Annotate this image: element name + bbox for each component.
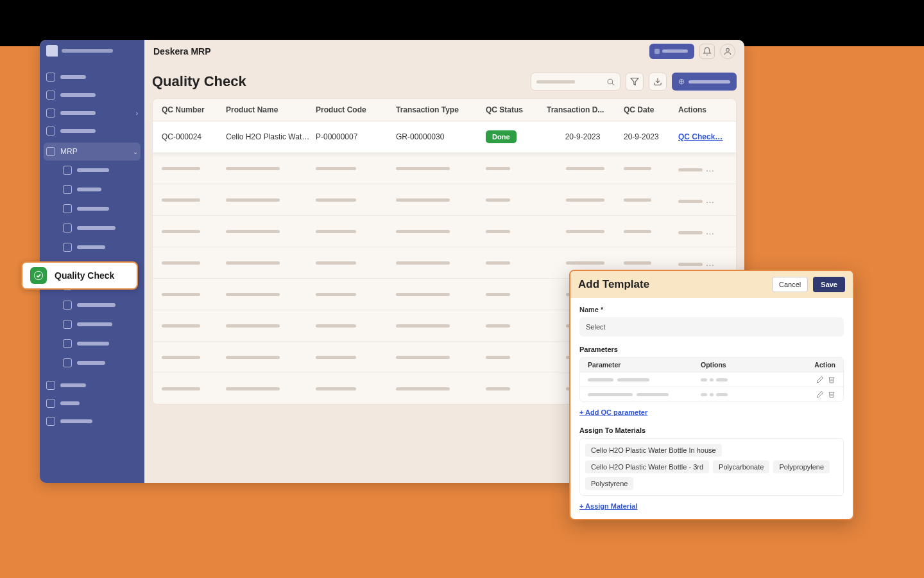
sidebar-subitem[interactable]: [56, 180, 144, 199]
edit-icon[interactable]: [816, 376, 824, 383]
edit-icon[interactable]: [816, 390, 824, 398]
cell-transaction-date: 20-9-2023: [547, 132, 624, 141]
th: Product Code: [316, 105, 396, 114]
sidebar-subitem[interactable]: [56, 315, 144, 334]
sidebar-subitem[interactable]: [56, 238, 144, 257]
th: QC Status: [486, 105, 547, 114]
modal-title: Add Template: [578, 278, 649, 291]
save-button[interactable]: Save: [813, 277, 845, 292]
qc-check-link[interactable]: QC Check…: [678, 132, 723, 141]
status-badge: Done: [486, 130, 517, 143]
th: QC Date: [624, 105, 678, 114]
check-icon: [30, 267, 47, 284]
sidebar-subitem[interactable]: [56, 199, 144, 218]
th-action: Action: [791, 361, 835, 369]
plus-icon: ⊕: [678, 77, 685, 86]
svg-line-2: [612, 83, 613, 84]
cell-product-name: Cello H2O Plastic Water...: [226, 132, 316, 141]
logo-icon: [46, 45, 58, 57]
cell-product-code: P-00000007: [316, 132, 396, 141]
table-header: QC Number Product Name Product Code Tran…: [153, 99, 736, 121]
delete-icon[interactable]: [828, 376, 835, 383]
cell-transaction-type: GR-00000030: [396, 132, 486, 141]
filter-button[interactable]: [626, 73, 644, 91]
material-chip[interactable]: Cello H2O Plastic Water Bottle - 3rd: [585, 460, 709, 473]
th: Transaction D...: [547, 105, 624, 114]
parameters-label: Parameters: [579, 346, 844, 353]
logo: [40, 41, 144, 60]
assign-materials-label: Assign To Materials: [579, 426, 844, 434]
sidebar-subitem[interactable]: [56, 334, 144, 353]
sidebar-subitem[interactable]: [56, 353, 144, 372]
add-new-button[interactable]: ⊕: [672, 73, 737, 91]
sidebar-item[interactable]: [40, 376, 144, 394]
assign-material-link[interactable]: + Assign Material: [579, 502, 637, 510]
material-chip[interactable]: Polystyrene: [585, 477, 633, 490]
material-chip[interactable]: Cello H2O Plastic Water Bottle In house: [585, 444, 722, 457]
name-label: Name *: [579, 306, 844, 313]
name-select[interactable]: Select: [579, 317, 844, 337]
cancel-button[interactable]: Cancel: [772, 277, 808, 292]
cell-qc-date: 20-9-2023: [624, 132, 678, 141]
sidebar-subitem[interactable]: [56, 161, 144, 180]
parameters-table: Parameter Options Action: [579, 357, 844, 402]
callout-label: Quality Check: [55, 270, 114, 281]
sidebar-item[interactable]: [40, 412, 144, 430]
th-parameter: Parameter: [588, 361, 701, 369]
th: Actions: [678, 105, 737, 114]
material-chip[interactable]: Polycarbonate: [713, 460, 769, 473]
modal-header: Add Template Cancel Save: [570, 271, 853, 298]
sidebar-item-mrp[interactable]: MRP ⌄: [44, 143, 141, 161]
svg-point-0: [726, 48, 730, 51]
avatar-icon[interactable]: [720, 44, 735, 59]
add-qc-parameter-link[interactable]: + Add QC parameter: [579, 408, 647, 416]
sidebar-item[interactable]: [40, 68, 144, 86]
search-icon: [606, 78, 615, 86]
table-row[interactable]: QC-000024 Cello H2O Plastic Water... P-0…: [153, 121, 736, 153]
search-input[interactable]: [531, 73, 620, 91]
th: Product Name: [226, 105, 316, 114]
download-button[interactable]: [649, 73, 667, 91]
material-chip[interactable]: Polypropylene: [773, 460, 830, 473]
add-template-modal: Add Template Cancel Save Name * Select P…: [569, 270, 854, 520]
chevron-down-icon: ⌄: [133, 148, 138, 155]
topbar: Deskera MRP: [144, 40, 744, 62]
th-options: Options: [701, 361, 791, 369]
sidebar-item-label: MRP: [60, 147, 78, 156]
sidebar-subitem[interactable]: [56, 295, 144, 315]
delete-icon[interactable]: [828, 390, 835, 398]
sidebar-item[interactable]: [40, 86, 144, 104]
sidebar-item[interactable]: [40, 394, 144, 412]
app-title: Deskera MRP: [153, 46, 211, 57]
page-title: Quality Check: [152, 73, 246, 90]
materials-chips: Cello H2O Plastic Water Bottle In house …: [579, 438, 844, 496]
param-row: [580, 387, 843, 401]
svg-point-5: [34, 271, 42, 279]
sidebar-item[interactable]: [40, 122, 144, 140]
th: Transaction Type: [396, 105, 486, 114]
sidebar-subitem[interactable]: [56, 218, 144, 238]
svg-point-1: [608, 79, 613, 84]
th: QC Number: [162, 105, 226, 114]
param-row: [580, 372, 843, 387]
primary-action-button[interactable]: [649, 44, 694, 59]
sidebar-item[interactable]: ›: [40, 104, 144, 122]
cell-qc-number: QC-000024: [162, 132, 226, 141]
quality-check-callout: Quality Check: [21, 261, 138, 290]
svg-marker-3: [631, 78, 638, 85]
bell-icon[interactable]: [699, 44, 715, 59]
